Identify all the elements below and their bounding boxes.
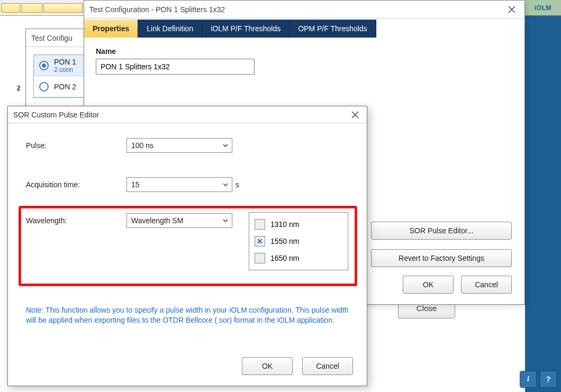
chevron-down-icon	[221, 216, 230, 225]
acquisition-units: s	[236, 180, 239, 189]
dialog-title: SOR Custom Pulse Editor	[13, 111, 99, 119]
wavelength-option[interactable]: 1650 nm	[255, 250, 342, 267]
ruler-segment	[43, 3, 83, 13]
ruler-segment	[21, 3, 42, 13]
checkbox-icon[interactable]: ✕	[255, 236, 265, 247]
combobox-value: 100 ns	[131, 141, 153, 150]
wavelength-option-label: 1550 nm	[270, 237, 299, 245]
tab-label: Properties	[93, 24, 129, 33]
radio-icon[interactable]	[39, 82, 49, 92]
ruler-mark: 2	[17, 85, 21, 92]
sor-custom-pulse-editor-dialog: SOR Custom Pulse Editor Pulse: 100 ns Ac…	[7, 106, 367, 386]
button-label: Cancel	[475, 280, 498, 289]
dialog-titlebar[interactable]: SOR Custom Pulse Editor	[8, 106, 367, 123]
ok-button[interactable]: OK	[403, 276, 454, 294]
chevron-down-icon	[221, 141, 230, 150]
name-input[interactable]	[96, 59, 255, 75]
right-badge: iOLM	[525, 0, 561, 16]
button-label: Close	[417, 304, 437, 313]
config-row-sub: 2 conn	[54, 66, 76, 74]
pulse-label: Pulse:	[26, 141, 126, 150]
tab-iolm-thresholds[interactable]: iOLM P/F Thresholds	[202, 20, 289, 38]
close-button[interactable]	[501, 2, 522, 17]
tab-opm-thresholds[interactable]: OPM P/F Thresholds	[289, 20, 376, 38]
sor-pulse-editor-button[interactable]: SOR Pulse Editor...	[371, 222, 512, 240]
cancel-button[interactable]: Cancel	[461, 276, 512, 294]
wavelength-label: Wavelength:	[26, 216, 126, 225]
cancel-button[interactable]: Cancel	[302, 357, 353, 375]
tab-link-definition[interactable]: Link Definition	[138, 20, 202, 38]
button-label: OK	[423, 280, 433, 289]
checkbox-icon[interactable]	[255, 219, 265, 230]
revert-factory-button[interactable]: Revert to Factory Settings	[371, 249, 512, 267]
info-icon-button[interactable]: i	[520, 371, 537, 388]
dialog-title: Test Configuration - PON 1 Splitters 1x3…	[89, 5, 225, 14]
right-panel: iOLM i ?	[525, 0, 561, 392]
tab-bar: Properties Link Definition iOLM P/F Thre…	[84, 20, 524, 38]
wavelength-checklist: 1310 nm ✕ 1550 nm 1650 nm	[249, 212, 348, 270]
config-row-name: PON 1	[54, 58, 76, 66]
button-label: Revert to Factory Settings	[399, 254, 484, 262]
wavelength-combobox[interactable]: Wavelength SM	[126, 213, 232, 228]
ruler-segment	[1, 3, 20, 13]
button-label: SOR Pulse Editor...	[410, 226, 474, 235]
wavelength-option[interactable]: ✕ 1550 nm	[255, 233, 342, 250]
wavelength-option-label: 1650 nm	[270, 254, 299, 262]
tab-label: Link Definition	[147, 24, 193, 33]
acquisition-time-combobox[interactable]: 15	[126, 177, 232, 192]
help-icon-button[interactable]: ?	[540, 371, 557, 388]
tab-properties[interactable]: Properties	[84, 20, 138, 38]
wavelength-option[interactable]: 1310 nm	[255, 216, 342, 233]
dialog-title: Test Configu	[31, 34, 73, 42]
chevron-down-icon	[221, 180, 230, 189]
acquisition-time-label: Acquisition time:	[26, 180, 126, 189]
close-icon	[351, 111, 359, 118]
checkbox-icon[interactable]	[255, 253, 265, 263]
close-icon	[508, 6, 515, 13]
button-label: OK	[262, 362, 273, 370]
name-label: Name	[96, 47, 513, 56]
pulse-combobox[interactable]: 100 ns	[126, 138, 232, 153]
tab-label: iOLM P/F Thresholds	[211, 24, 280, 33]
tab-label: OPM P/F Thresholds	[298, 24, 367, 33]
combobox-value: Wavelength SM	[131, 216, 183, 225]
note-text: Note: This function allows you to specif…	[26, 305, 349, 325]
ok-button[interactable]: OK	[242, 357, 293, 375]
wavelength-option-label: 1310 nm	[270, 220, 299, 229]
radio-icon[interactable]	[39, 61, 49, 70]
combobox-value: 15	[131, 180, 140, 189]
button-label: Cancel	[316, 362, 339, 370]
config-row-name: PON 2	[54, 83, 76, 91]
close-button[interactable]	[345, 107, 366, 122]
dialog-titlebar[interactable]: Test Configuration - PON 1 Splitters 1x3…	[84, 1, 524, 19]
ruler-mark-major: 2	[17, 85, 21, 92]
